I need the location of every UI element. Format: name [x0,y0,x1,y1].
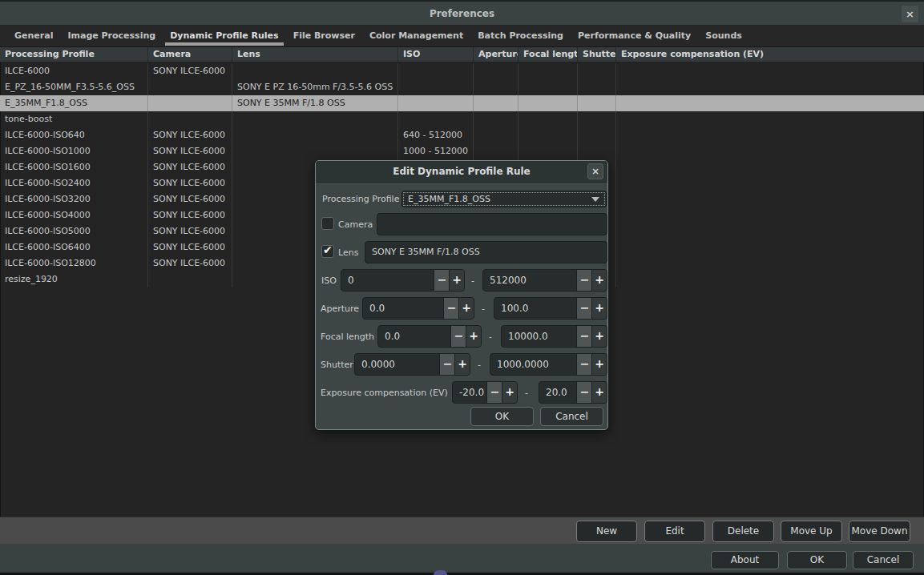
cancel-button[interactable]: Cancel [853,551,914,569]
minus-button[interactable]: − [450,326,466,347]
plus-button[interactable]: + [591,382,607,403]
about-button[interactable]: About [711,551,779,569]
focal-length-label: Focal length [321,332,374,342]
column-header-focal-length[interactable]: Focal length [518,47,578,62]
table-row-selected[interactable]: E_35MM_F1.8_OSS SONY E 35MM F/1.8 OSS [0,95,924,111]
shutter-max-spinner[interactable]: 1000.0000 − + [490,353,607,376]
focal-length-min-spinner[interactable]: 0.0 − + [377,325,482,348]
iso-min-value: 0 [348,270,354,291]
minus-button[interactable]: − [576,298,592,319]
column-header-lens[interactable]: Lens [232,47,398,62]
camera-checkbox[interactable] [321,217,334,230]
window-footer-bar: About OK Cancel [0,544,924,575]
tab-general[interactable]: General [7,25,60,46]
range-separator: - [471,275,474,286]
minus-button[interactable]: − [434,270,450,291]
minus-button[interactable]: − [439,354,455,375]
move-down-button[interactable]: Move Down [849,521,910,542]
plus-button[interactable]: + [502,382,517,403]
rules-actions-bar: New Edit Delete Move Up Move Down [0,517,924,544]
minus-button[interactable]: − [576,326,592,347]
shutter-range-row: Shutter 0.0000 − + - 1000.0000 − + [316,353,607,376]
focal-length-max-spinner[interactable]: 10000.0 − + [501,325,607,348]
tab-color-management[interactable]: Color Management [362,25,470,46]
plus-button[interactable]: + [591,298,607,319]
shutter-max-value: 1000.0000 [497,354,549,375]
plus-button[interactable]: + [454,354,470,375]
aperture-min-value: 0.0 [369,298,385,319]
ok-button[interactable]: OK [787,551,847,569]
plus-button[interactable]: + [449,270,464,291]
minus-button[interactable]: − [486,382,502,403]
aperture-range-row: Aperture 0.0 − + - 100.0 − + [316,297,607,320]
column-header-processing-profile[interactable]: Processing Profile [0,47,148,62]
cell-profile: ILCE-6000-ISO1000 [0,143,148,159]
column-header-aperture[interactable]: Aperture [474,47,518,62]
iso-range-row: ISO 0 − + - 512000 − + [316,269,607,292]
tab-sounds[interactable]: Sounds [698,25,749,46]
minus-button[interactable]: − [576,270,592,291]
aperture-max-spinner[interactable]: 100.0 − + [494,297,607,320]
cell-camera: SONY ILCE-6000 [148,63,232,79]
cell-lens [232,127,398,143]
camera-label: Camera [338,219,373,230]
cell-profile: ILCE-6000 [0,63,148,79]
dialog-close-icon[interactable]: × [587,163,603,179]
tab-batch-processing[interactable]: Batch Processing [470,25,571,46]
window-close-icon[interactable]: × [902,6,918,22]
exposure-compensation-min-value: -20.0 [459,382,484,403]
tab-performance-quality[interactable]: Performance & Quality [571,25,698,46]
iso-min-spinner[interactable]: 0 − + [341,269,465,292]
aperture-min-spinner[interactable]: 0.0 − + [362,297,474,320]
cell-camera [148,271,232,288]
table-row[interactable]: tone-boost [0,111,924,127]
minus-button[interactable]: − [443,298,459,319]
shutter-min-spinner[interactable]: 0.0000 − + [354,353,470,376]
cell-iso: 640 - 512000 [398,127,474,143]
plus-button[interactable]: + [458,298,474,319]
cell-camera [148,95,232,111]
processing-profile-dropdown[interactable]: E_35MM_F1.8_OSS [401,191,607,207]
cell-camera: SONY ILCE-6000 [148,191,232,207]
iso-max-spinner[interactable]: 512000 − + [482,269,607,292]
plus-button[interactable]: + [466,326,481,347]
tab-dynamic-profile-rules[interactable]: Dynamic Profile Rules [163,25,285,46]
table-row[interactable]: ILCE-6000-ISO1000 SONY ILCE-6000 1000 - … [0,143,924,159]
camera-input[interactable] [377,213,607,235]
lens-input[interactable]: SONY E 35MM F/1.8 OSS [365,241,607,263]
aperture-max-value: 100.0 [501,298,528,319]
table-row[interactable]: ILCE-6000-ISO640 SONY ILCE-6000 640 - 51… [0,127,924,143]
lens-label: Lens [338,247,358,258]
table-row[interactable]: E_PZ_16-50MM_F3.5-5.6_OSS SONY E PZ 16-5… [0,79,924,95]
exposure-compensation-max-spinner[interactable]: 20.0 − + [539,381,607,404]
tab-file-browser[interactable]: File Browser [286,25,362,46]
exposure-compensation-range-row: Exposure compensation (EV) -20.0 − + - 2… [316,381,607,404]
column-header-iso[interactable]: ISO [398,47,474,62]
plus-button[interactable]: + [591,354,607,375]
edit-button[interactable]: Edit [644,521,705,542]
lens-checkbox[interactable]: ✔ [321,245,334,258]
tab-image-processing[interactable]: Image Processing [60,25,163,46]
plus-button[interactable]: + [591,326,607,347]
cell-profile: ILCE-6000-ISO4000 [0,207,148,223]
new-button[interactable]: New [576,521,637,542]
cell-lens: SONY E 35MM F/1.8 OSS [232,95,398,111]
table-row[interactable]: ILCE-6000 SONY ILCE-6000 [0,63,924,79]
minus-button[interactable]: − [576,354,592,375]
dialog-ok-button[interactable]: OK [470,407,534,426]
exposure-compensation-min-spinner[interactable]: -20.0 − + [452,381,518,404]
preferences-tabbar: General Image Processing Dynamic Profile… [0,25,924,47]
plus-button[interactable]: + [591,270,607,291]
column-header-exposure-compensation[interactable]: Exposure compensation (EV) [616,47,924,62]
column-header-camera[interactable]: Camera [148,47,232,62]
processing-profile-value: E_35MM_F1.8_OSS [408,191,490,207]
chevron-down-icon [591,197,599,202]
dialog-cancel-button[interactable]: Cancel [540,407,603,426]
column-header-shutter[interactable]: Shutter [578,47,616,62]
delete-button[interactable]: Delete [712,521,774,542]
cell-iso [398,63,474,79]
iso-label: ISO [321,275,337,286]
move-up-button[interactable]: Move Up [781,521,842,542]
minus-button[interactable]: − [576,382,592,403]
cell-camera: SONY ILCE-6000 [148,223,232,239]
